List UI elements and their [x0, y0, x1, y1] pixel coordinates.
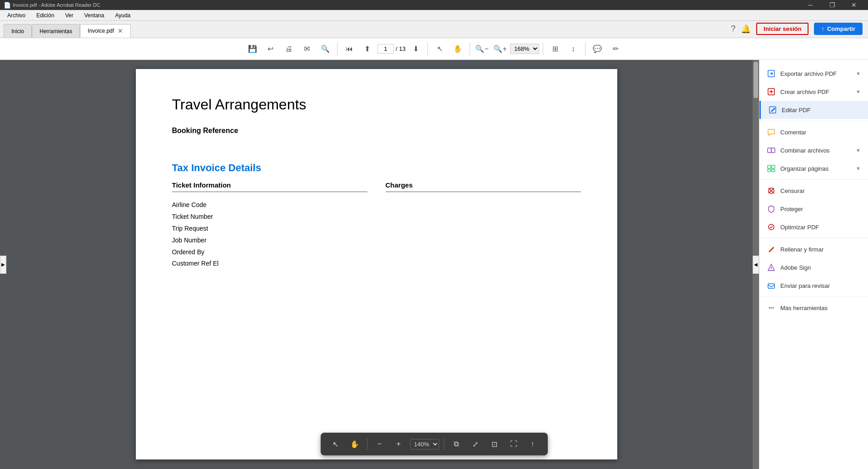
pdf-scrollbar-thumb[interactable]: [754, 62, 758, 98]
optimize-icon: [767, 222, 776, 232]
sidebar-censurar-label: Censurar: [780, 188, 861, 194]
tab-invoice-label: Invoice.pdf: [88, 28, 114, 34]
share-icon: ↑: [821, 25, 824, 32]
bt-zoom-out[interactable]: −: [372, 436, 387, 452]
share-label: Compartir: [827, 25, 855, 32]
sidebar-item-censurar[interactable]: Censurar: [759, 182, 868, 200]
sidebar-item-protect[interactable]: Proteger: [759, 200, 868, 218]
sidebar-send-review-label: Enviar para revisar: [780, 282, 861, 289]
bt-zoom-in[interactable]: +: [391, 436, 407, 452]
notification-icon[interactable]: 🔔: [741, 24, 751, 34]
pdf-title: Travel Arrangements: [172, 96, 581, 113]
bt-more[interactable]: ↑: [525, 436, 541, 452]
sidebar-item-create[interactable]: Crear archivo PDF ▼: [759, 83, 868, 101]
email-button[interactable]: ✉: [299, 41, 315, 57]
zoom-out-button[interactable]: 🔍−: [474, 41, 490, 57]
pen-button[interactable]: ✏: [607, 41, 624, 57]
tab-close-icon[interactable]: ✕: [118, 27, 123, 35]
signin-button[interactable]: Iniciar sesión: [756, 23, 808, 35]
next-page-button[interactable]: ⬇: [407, 41, 424, 57]
sidebar-item-edit[interactable]: Editar PDF: [759, 101, 868, 119]
right-collapse-arrow[interactable]: ◀: [753, 256, 759, 274]
maximize-button[interactable]: ❐: [822, 0, 843, 10]
pdf-viewer[interactable]: Travel Arrangements Booking Reference Ta…: [0, 60, 753, 469]
app-icon: 📄: [4, 2, 11, 9]
prev-page-button[interactable]: ⬆: [359, 41, 376, 57]
organize-arrow-icon: ▼: [856, 166, 861, 171]
close-button[interactable]: ✕: [843, 0, 864, 10]
share-button[interactable]: ↑ Compartir: [814, 23, 863, 35]
title-bar-left: 📄 Invoice.pdf - Adobe Acrobat Reader DC: [4, 2, 100, 9]
zoom-select[interactable]: 50% 75% 100% 125% 150% 168% 200%: [510, 44, 539, 54]
menu-ver[interactable]: Ver: [61, 11, 77, 20]
bt-fit-page[interactable]: ⊡: [487, 436, 502, 452]
minimize-button[interactable]: ─: [800, 0, 821, 10]
bt-copy-page[interactable]: ⧉: [449, 436, 464, 452]
separator-3: [470, 43, 470, 55]
sidebar-item-combine[interactable]: Combinar archivos ▼: [759, 141, 868, 159]
separator-1: [337, 43, 337, 55]
menu-edicion[interactable]: Edición: [33, 11, 58, 20]
more-tools-icon: [767, 303, 776, 312]
scroll-mode-button[interactable]: ↕: [565, 41, 581, 57]
sidebar-more-tools-label: Más herramientas: [780, 305, 861, 311]
sidebar-combine-label: Combinar archivos: [780, 147, 851, 154]
bt-hand-tool[interactable]: ✋: [347, 436, 362, 452]
left-arrow-icon: ▶: [1, 262, 5, 267]
sidebar-item-send-review[interactable]: Enviar para revisar: [759, 276, 868, 295]
pdf-page: Travel Arrangements Booking Reference Ta…: [136, 69, 617, 459]
combine-arrow-icon: ▼: [856, 148, 861, 153]
tab-herramientas[interactable]: Herramientas: [32, 24, 80, 38]
pdf-booking-reference: Booking Reference: [172, 127, 581, 135]
tab-inicio-label: Inicio: [11, 28, 24, 35]
sidebar-fill-sign-label: Rellenar y firmar: [780, 246, 861, 253]
save-button[interactable]: 💾: [244, 41, 261, 57]
svg-point-14: [771, 307, 772, 309]
sidebar-divider-2: [759, 179, 868, 180]
search-button[interactable]: 🔍: [317, 41, 333, 57]
menu-ayuda[interactable]: Ayuda: [111, 11, 134, 20]
menu-ventana[interactable]: Ventana: [80, 11, 108, 20]
select-tool-button[interactable]: ↖: [432, 41, 448, 57]
print-button[interactable]: 🖨: [281, 41, 297, 57]
sidebar-item-export[interactable]: Exportar archivo PDF ▼: [759, 64, 868, 83]
sidebar-item-optimize[interactable]: Optimizar PDF: [759, 218, 868, 236]
zoom-in-button[interactable]: 🔍+: [492, 41, 508, 57]
bt-fit-width[interactable]: ⤢: [468, 436, 483, 452]
top-right-controls: ? 🔔 Iniciar sesión ↑ Compartir: [731, 23, 863, 35]
censurar-icon: [767, 186, 776, 195]
sidebar-divider-3: [759, 238, 868, 238]
page-number-input[interactable]: [377, 44, 394, 54]
menu-archivo[interactable]: Archivo: [4, 11, 29, 20]
zoom-control: 50% 75% 100% 125% 150% 168% 200%: [510, 44, 539, 54]
export-icon: [767, 69, 776, 78]
view-mode-button[interactable]: ⊞: [547, 41, 563, 57]
tab-inicio[interactable]: Inicio: [4, 24, 32, 38]
bt-select-tool[interactable]: ↖: [328, 436, 343, 452]
bt-separator-1: [367, 439, 367, 449]
tab-invoice[interactable]: Invoice.pdf ✕: [80, 24, 131, 38]
sidebar-item-comment[interactable]: Comentar: [759, 123, 868, 141]
pdf-columns: Ticket Information Airline Code Ticket N…: [172, 181, 581, 270]
first-page-button[interactable]: ⏮: [341, 41, 357, 57]
sidebar-optimize-label: Optimizar PDF: [780, 224, 861, 231]
help-icon[interactable]: ?: [731, 24, 735, 34]
left-collapse-arrow[interactable]: ▶: [0, 256, 6, 274]
sidebar-item-organize[interactable]: Organizar páginas ▼: [759, 159, 868, 178]
ticket-fields: Airline Code Ticket Number Trip Request …: [172, 199, 367, 270]
right-arrow-icon: ◀: [754, 262, 758, 267]
charges-column: Charges: [386, 181, 581, 270]
right-sidebar: Exportar archivo PDF ▼ Crear archivo PDF…: [759, 60, 868, 469]
sidebar-item-fill-sign[interactable]: Rellenar y firmar: [759, 240, 868, 258]
sidebar-organize-label: Organizar páginas: [780, 165, 851, 172]
sidebar-item-more-tools[interactable]: Más herramientas: [759, 299, 868, 317]
bt-zoom-select[interactable]: 100% 125% 140% 150% 175% 200%: [410, 439, 439, 449]
protect-icon: [767, 204, 776, 213]
comment-button[interactable]: 💬: [589, 41, 605, 57]
bt-full-screen[interactable]: ⛶: [506, 436, 521, 452]
separator-5: [585, 43, 585, 55]
hand-tool-button[interactable]: ✋: [450, 41, 466, 57]
undo-button[interactable]: ↩: [263, 41, 279, 57]
sidebar-item-adobe-sign[interactable]: Adobe Sign: [759, 258, 868, 276]
bt-separator-2: [444, 439, 444, 449]
